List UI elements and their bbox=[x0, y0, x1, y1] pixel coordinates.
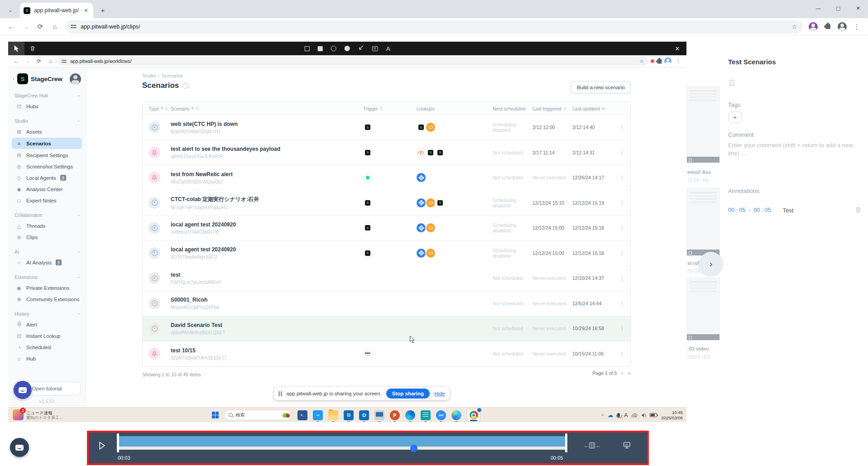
scenario-title[interactable]: CTCT-colab 定期実行シナリオ:石井 bbox=[171, 196, 363, 203]
new-tab-button[interactable]: + bbox=[97, 4, 109, 16]
row-menu-icon[interactable]: ⋮ bbox=[614, 124, 630, 131]
select-cursor-tool[interactable] bbox=[8, 42, 24, 55]
table-row[interactable]: S00001_RicohMnjztobGXAjP5zQyPbq Not sche… bbox=[143, 291, 630, 317]
alert-bell-icon bbox=[149, 348, 160, 360]
blue-diamond-service-icon bbox=[417, 223, 426, 232]
taskbar-search-box: 検索 bbox=[224, 410, 292, 420]
browser-tab[interactable]: S app.pitwall-web.jp/clips/ ✕ bbox=[20, 3, 93, 18]
stagecrew-service-icon: S bbox=[363, 123, 372, 132]
playhead-thumb[interactable] bbox=[410, 445, 417, 452]
window-maximize-button[interactable]: ▢ bbox=[828, 0, 848, 16]
home-button[interactable]: ⌂ bbox=[48, 20, 62, 34]
tab-close-icon[interactable]: ✕ bbox=[82, 7, 90, 14]
window-close-button[interactable]: ✕ bbox=[848, 0, 868, 16]
clips-page: A ✕ ← → ⟳ ⌂ app.pitwall-web.jp/workflows… bbox=[0, 35, 868, 466]
add-tag-button[interactable]: + bbox=[728, 111, 742, 123]
clip-video-frame[interactable]: ← → ⟳ ⌂ app.pitwall-web.jp/workflows/ ☆ … bbox=[8, 55, 686, 422]
row-menu-icon[interactable]: ⋮ bbox=[614, 250, 630, 256]
annotation-end-time[interactable]: 00 : 05 bbox=[753, 207, 771, 213]
layers-icon: ≡ bbox=[16, 141, 22, 146]
chat-widget-button[interactable] bbox=[10, 438, 29, 457]
trim-end-handle[interactable] bbox=[565, 433, 567, 452]
url-bar[interactable]: app.pitwall-web.jp/clips/ ☆ bbox=[65, 20, 803, 33]
comment-label: Comment bbox=[728, 131, 753, 138]
table-row[interactable]: David Scenario TestypSn0WrAh9szB0XLQXET … bbox=[143, 316, 630, 341]
comment-tool[interactable] bbox=[372, 46, 378, 51]
extensions-puzzle-icon[interactable] bbox=[821, 20, 834, 34]
reload-button[interactable]: ⟳ bbox=[34, 20, 47, 34]
arrow-tool[interactable] bbox=[358, 44, 364, 53]
circle-filled-tool[interactable] bbox=[345, 46, 350, 51]
paperclip-icon: ⊘ bbox=[16, 234, 22, 240]
browser-avatar[interactable] bbox=[835, 20, 849, 34]
table-row[interactable]: test alert to see the thousandeyes paylo… bbox=[143, 140, 630, 166]
battery-icon bbox=[650, 413, 657, 417]
row-menu-icon[interactable]: ⋮ bbox=[614, 149, 630, 156]
tab-search-button[interactable]: ⌄ bbox=[5, 4, 16, 16]
scenario-title[interactable]: S00001_Ricoh bbox=[171, 297, 363, 303]
close-viewer-icon[interactable]: ✕ bbox=[668, 42, 686, 55]
rectangle-filled-tool[interactable] bbox=[318, 46, 323, 51]
last-updated: 12/26/24 14:17 bbox=[572, 175, 614, 180]
scenario-title[interactable]: test bbox=[171, 272, 363, 278]
table-row[interactable]: test from NewRelic alertb6uCgVttCQD1WQap… bbox=[143, 165, 630, 191]
last-updated: 10/15/24 11:06 bbox=[572, 351, 614, 356]
profile-circle-icon[interactable] bbox=[806, 20, 820, 34]
recorded-site-settings-icon bbox=[62, 59, 67, 63]
table-row[interactable]: local agent test 202409203OTrjTfwiiAwNgx… bbox=[143, 241, 630, 266]
collapse-panel-button[interactable]: › bbox=[699, 252, 723, 275]
cursor-icon bbox=[13, 45, 19, 53]
trim-to-frame-button[interactable]: →← bbox=[583, 442, 601, 448]
browser-menu-icon[interactable]: ⋮ bbox=[850, 20, 863, 34]
bookmark-star-icon[interactable]: ☆ bbox=[791, 23, 797, 30]
rectangle-outline-tool[interactable] bbox=[305, 46, 310, 51]
strip-dim-overlay bbox=[686, 35, 720, 466]
delete-annotation-icon[interactable] bbox=[854, 206, 862, 215]
screen-stats-button[interactable] bbox=[623, 442, 631, 451]
circle-outline-tool[interactable] bbox=[331, 46, 336, 51]
last-updated: 10/29/24 16:58 bbox=[572, 326, 614, 331]
clip-list-strip: emo2:Ass 21:59 · Ke st ishi /17/24 10: :… bbox=[686, 35, 720, 466]
next-scheduled: Not scheduled bbox=[493, 275, 532, 281]
scenario-title[interactable]: local agent test 20240920 bbox=[171, 246, 363, 253]
row-menu-icon[interactable]: ⋮ bbox=[614, 174, 630, 181]
table-row[interactable]: test 10/159ZpN7XQmRTAHr5EEQr17 aws Not s… bbox=[143, 341, 630, 367]
camera-icon: ◎ bbox=[16, 163, 22, 170]
row-menu-icon[interactable]: ⋮ bbox=[614, 199, 630, 206]
row-menu-icon[interactable]: ⋮ bbox=[614, 275, 630, 282]
forward-button[interactable]: → bbox=[19, 20, 33, 34]
row-menu-icon[interactable]: ⋮ bbox=[614, 325, 630, 332]
bookmark-icon[interactable] bbox=[728, 79, 736, 89]
row-menu-icon[interactable]: ⋮ bbox=[614, 351, 630, 357]
scenario-title[interactable]: David Scenario Test bbox=[171, 322, 363, 328]
annotation-start-time[interactable]: 00 : 05 bbox=[728, 207, 745, 213]
table-row[interactable]: web site(CTC HP) is downtEIpS9ZrvWejYjZq… bbox=[143, 115, 630, 140]
scenario-title[interactable]: test 10/15 bbox=[171, 347, 363, 354]
table-row[interactable]: testFWYOLtn7jxUm3vlREnP Not scheduled Ne… bbox=[143, 266, 630, 291]
sidebar-item-expert-notes: □Expert Notes bbox=[8, 195, 86, 206]
table-row[interactable]: CTCT-colab 定期実行シナリオ:石井5EXgF74P7UqbmYPaXo… bbox=[143, 191, 630, 216]
scenario-title[interactable]: local agent test 20240920 bbox=[171, 221, 363, 228]
play-button[interactable] bbox=[99, 442, 106, 452]
trim-start-handle[interactable] bbox=[117, 433, 119, 452]
back-button[interactable]: ← bbox=[5, 20, 18, 34]
search-placeholder: 検索 bbox=[235, 412, 245, 418]
site-settings-icon[interactable] bbox=[71, 24, 77, 29]
row-menu-icon[interactable]: ⋮ bbox=[614, 225, 630, 231]
delete-tool[interactable] bbox=[24, 42, 41, 55]
scenario-title[interactable]: web site(CTC HP) is down bbox=[171, 121, 363, 127]
annotation-item[interactable]: 00 : 05 - 00 : 05 Test bbox=[728, 204, 862, 216]
scenario-title[interactable]: test from NewRelic alert bbox=[171, 171, 363, 178]
progress-track[interactable] bbox=[119, 447, 566, 450]
row-menu-icon[interactable]: ⋮ bbox=[614, 300, 630, 307]
text-tool[interactable]: A bbox=[386, 45, 390, 52]
window-minimize-button[interactable]: — bbox=[808, 0, 828, 16]
table-row[interactable]: local agent test 20240920cv8fHca7jTA4C0b… bbox=[143, 216, 630, 241]
comment-input[interactable]: Enter your comment (shift + return to ad… bbox=[728, 141, 862, 158]
next-scheduled: Not scheduled bbox=[493, 175, 532, 180]
scenario-id: 5EXgF74P7UqbmYPaXoHC bbox=[171, 205, 363, 210]
vscode-icon: ‹› bbox=[313, 410, 323, 420]
scenario-title[interactable]: test alert to see the thousandeyes paylo… bbox=[171, 146, 363, 152]
scenario-id: tEIpS9ZrvWejYjZqMJTD bbox=[171, 129, 363, 134]
alert-bell-icon bbox=[149, 147, 160, 159]
